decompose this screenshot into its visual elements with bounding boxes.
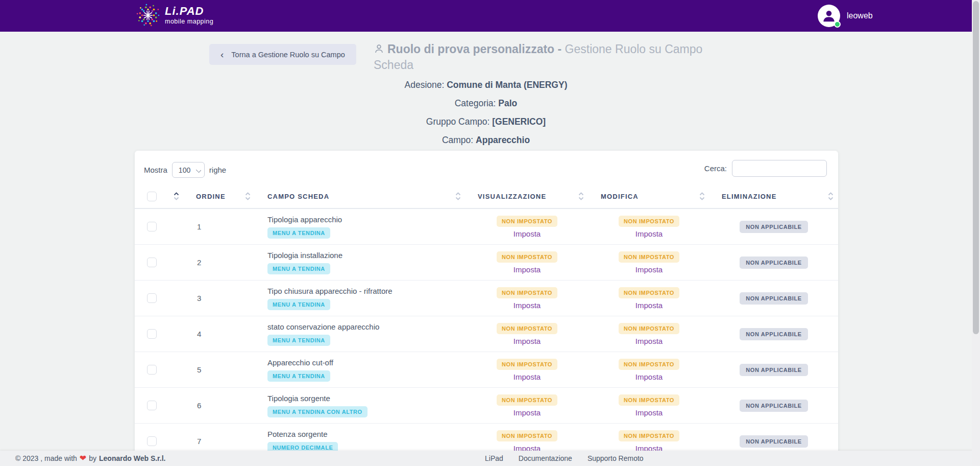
visualizzazione-status-badge: NON IMPOSTATO [497,359,557,370]
avatar[interactable] [818,5,840,27]
meta-gruppo-campo: Gruppo Campo: [GENERICO] [0,116,972,128]
sort-asc-icon[interactable] [174,192,179,196]
campo-scheda-cell: Tipologia sorgente MENU A TENDINA CON AL… [255,394,465,417]
select-all-checkbox[interactable] [147,192,157,201]
visualizzazione-cell: NON IMPOSTATO Imposta [465,251,589,274]
scrollbar-thumb[interactable] [973,1,979,334]
campo-scheda-cell: Apparecchio cut-off MENU A TENDINA [255,358,465,382]
meta-categoria: Categoria: Palo [0,98,972,109]
modifica-status-badge: NON IMPOSTATO [619,251,679,263]
search-label: Cerca: [704,164,727,173]
modifica-imposta-link[interactable]: Imposta [635,301,663,310]
copyright: © 2023 , made with ❤ by Leonardo Web S.r… [15,451,165,466]
modifica-imposta-link[interactable]: Imposta [635,265,663,274]
campo-name: Tipologia apparecchio [267,215,342,224]
eliminazione-status-badge: NON APPLICABILE [740,400,807,412]
modifica-status-badge: NON IMPOSTATO [619,430,679,441]
sort-desc-icon[interactable] [455,197,461,200]
sort-icons-eliminazione[interactable] [828,192,834,200]
table-controls: Mostra 100 righe Cerca: [135,151,838,184]
modifica-imposta-link[interactable]: Imposta [635,408,663,417]
campo-scheda-cell: Tipologia installazione MENU A TENDINA [255,251,465,274]
ordine-cell: 5 [184,365,255,374]
column-header-eliminazione[interactable]: ELIMINAZIONE [709,184,838,208]
sort-desc-icon[interactable] [699,197,705,200]
ordine-cell: 6 [184,401,255,410]
modifica-cell: NON IMPOSTATO Imposta [589,216,709,238]
visualizzazione-imposta-link[interactable]: Imposta [513,372,541,381]
row-checkbox[interactable] [147,258,157,267]
app-logo[interactable]: Li.PAD mobile mapping [136,3,213,28]
visualizzazione-status-badge: NON IMPOSTATO [497,430,557,441]
heart-icon: ❤ [80,451,86,466]
modifica-imposta-link[interactable]: Imposta [635,229,663,238]
table-row: 1 Tipologia apparecchio MENU A TENDINA N… [135,209,838,245]
visualizzazione-imposta-link[interactable]: Imposta [513,265,541,274]
visualizzazione-imposta-link[interactable]: Imposta [513,408,541,417]
sort-desc-icon[interactable] [245,197,251,200]
page-scrollbar[interactable] [972,0,980,466]
modifica-status-badge: NON IMPOSTATO [619,287,679,298]
app-header: Li.PAD mobile mapping leoweb [0,0,980,32]
visualizzazione-status-badge: NON IMPOSTATO [497,287,557,298]
column-header-ordine[interactable]: ORDINE [184,184,255,208]
ordine-cell: 1 [184,222,255,231]
search-input[interactable] [732,160,827,177]
column-header-visualizzazione[interactable]: VISUALIZZAZIONE [465,184,589,208]
row-checkbox[interactable] [147,293,157,303]
modifica-status-badge: NON IMPOSTATO [619,216,679,227]
column-header-modifica[interactable]: MODIFICA [589,184,709,208]
search-control: Cerca: [704,160,827,177]
table-row: 3 Tipo chiusura apparecchio - rifrattore… [135,281,838,316]
page-length-select[interactable]: 100 [172,162,205,178]
footer-link-lipad[interactable]: LiPad [485,451,503,466]
modifica-cell: NON IMPOSTATO Imposta [589,430,709,453]
visualizzazione-imposta-link[interactable]: Imposta [513,337,541,345]
visualizzazione-cell: NON IMPOSTATO Imposta [465,287,589,310]
sort-asc-icon[interactable] [578,192,584,196]
visualizzazione-imposta-link[interactable]: Imposta [513,229,541,238]
sort-asc-icon[interactable] [455,192,461,196]
sort-asc-icon[interactable] [245,192,251,196]
sort-icons-campo[interactable] [455,192,461,200]
sort-icons-ordine[interactable] [245,192,251,200]
column-header-campo-scheda[interactable]: CAMPO SCHEDA [255,184,465,208]
table-row: 6 Tipologia sorgente MENU A TENDINA CON … [135,388,838,424]
sort-desc-icon[interactable] [578,197,584,200]
modifica-cell: NON IMPOSTATO Imposta [589,323,709,345]
user-icon [821,8,837,24]
modifica-imposta-link[interactable]: Imposta [635,337,663,345]
row-checkbox[interactable] [147,436,157,446]
sort-desc-icon[interactable] [174,197,179,200]
eliminazione-status-badge: NON APPLICABILE [740,364,807,376]
visualizzazione-status-badge: NON IMPOSTATO [497,323,557,334]
user-menu[interactable]: leoweb [818,5,873,27]
back-button[interactable]: ‹ Torna a Gestione Ruolo su Campo [209,44,356,65]
footer-link-documentazione[interactable]: Documentazione [519,451,572,466]
eliminazione-status-badge: NON APPLICABILE [740,328,807,340]
sort-icons-select[interactable] [174,192,179,200]
sort-asc-icon[interactable] [699,192,705,196]
sort-icons-visualizzazione[interactable] [578,192,584,200]
sort-desc-icon[interactable] [828,197,834,200]
campo-type-badge: MENU A TENDINA CON ALTRO [267,406,368,417]
sort-icons-modifica[interactable] [699,192,705,200]
row-checkbox[interactable] [147,401,157,410]
row-checkbox[interactable] [147,222,157,231]
row-checkbox[interactable] [147,365,157,375]
ordine-cell: 2 [184,258,255,267]
campo-type-badge: MENU A TENDINA [267,335,330,346]
table-body: 1 Tipologia apparecchio MENU A TENDINA N… [135,209,838,459]
campo-type-badge: MENU A TENDINA [267,227,330,239]
row-select-cell [135,401,184,410]
footer-link-supporto-remoto[interactable]: Supporto Remoto [587,451,644,466]
modifica-imposta-link[interactable]: Imposta [635,372,663,381]
campo-name: Apparecchio cut-off [267,358,333,367]
sort-asc-icon[interactable] [828,192,834,196]
meta-adesione: Adesione: Comune di Manta (ENERGY) [0,79,972,91]
eliminazione-status-badge: NON APPLICABILE [740,257,807,269]
campo-scheda-cell: Tipologia apparecchio MENU A TENDINA [255,215,465,239]
visualizzazione-cell: NON IMPOSTATO Imposta [465,394,589,417]
row-checkbox[interactable] [147,329,157,339]
visualizzazione-imposta-link[interactable]: Imposta [513,301,541,310]
